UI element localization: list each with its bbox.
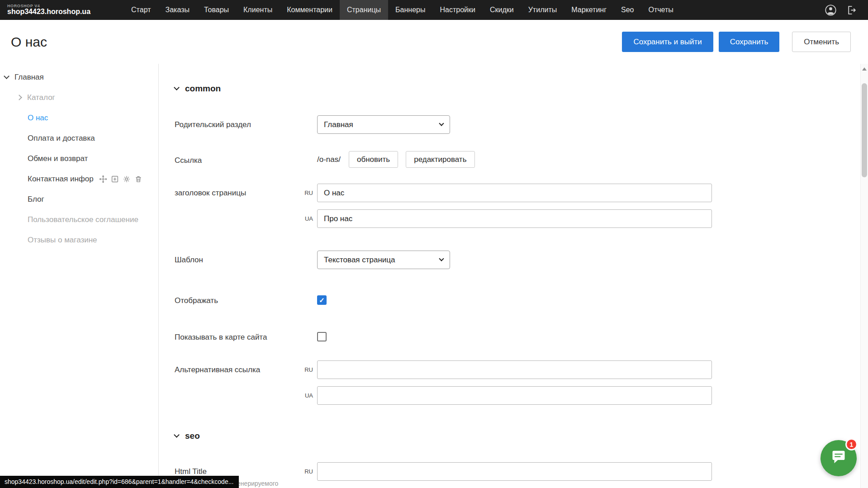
html-title-ru-input[interactable] bbox=[317, 462, 712, 481]
nav-item-products[interactable]: Товары bbox=[197, 0, 236, 20]
sitemap-label: Показывать в карте сайта bbox=[175, 328, 300, 342]
alt-link-ua-input[interactable] bbox=[317, 386, 712, 405]
nav-item-settings[interactable]: Настройки bbox=[432, 0, 482, 20]
alt-link-row: Альтернативная ссылка RU UA bbox=[175, 360, 860, 405]
chevron-down-icon bbox=[439, 121, 444, 126]
nav-item-seo[interactable]: Seo bbox=[614, 0, 641, 20]
parent-section-select[interactable]: Главная bbox=[317, 115, 450, 134]
link-label: Ссылка bbox=[175, 151, 300, 165]
nav-item-pages[interactable]: Страницы bbox=[340, 0, 388, 20]
alt-link-ru-input[interactable] bbox=[317, 360, 712, 379]
template-select[interactable]: Текстовая страница bbox=[317, 251, 450, 269]
lang-ua-tag: UA bbox=[300, 392, 317, 399]
pages-tree-sidebar: Главная Каталог О нас Оплата и доставка … bbox=[0, 64, 159, 488]
section-seo-title: seo bbox=[185, 431, 200, 441]
nav-item-comments[interactable]: Комментарии bbox=[280, 0, 340, 20]
section-common-header[interactable]: common bbox=[175, 84, 860, 94]
tree-item-label: О нас bbox=[28, 114, 48, 123]
chevron-down-icon bbox=[4, 73, 9, 79]
add-page-icon[interactable] bbox=[111, 175, 119, 183]
section-seo-header[interactable]: seo bbox=[175, 431, 860, 441]
tree-item-otzyvy-o-magazine[interactable]: Отзывы о магазине bbox=[0, 230, 158, 250]
tree-item-label: Главная bbox=[14, 73, 44, 82]
link-status-bar: shop34423.horoshop.ua/edit/edit.php?id=6… bbox=[0, 476, 239, 488]
lang-ru-tag: RU bbox=[300, 366, 317, 373]
nav-item-start[interactable]: Старт bbox=[124, 0, 158, 20]
nav-item-orders[interactable]: Заказы bbox=[158, 0, 197, 20]
page-edit-form: common Родительский раздел Главная Ссылк… bbox=[159, 64, 860, 488]
tree-item-polzovatelskoe-soglashenie[interactable]: Пользовательское соглашение bbox=[0, 209, 158, 230]
tree-item-label: Блог bbox=[28, 195, 44, 204]
parent-section-row: Родительский раздел Главная bbox=[175, 115, 860, 134]
nav-item-marketing[interactable]: Маркетинг bbox=[564, 0, 614, 20]
save-button[interactable]: Сохранить bbox=[719, 32, 779, 52]
sitemap-row: Показывать в карте сайта bbox=[175, 328, 860, 342]
tree-item-blog[interactable]: Блог bbox=[0, 189, 158, 209]
cancel-button[interactable]: Отменить bbox=[792, 32, 851, 52]
tree-item-obmen-i-vozvrat[interactable]: Обмен и возврат bbox=[0, 148, 158, 169]
link-row: Ссылка /o-nas/ обновить редактировать bbox=[175, 151, 860, 168]
nav-item-discounts[interactable]: Скидки bbox=[483, 0, 521, 20]
gear-icon[interactable] bbox=[123, 175, 131, 183]
lang-ru-tag: RU bbox=[300, 468, 317, 475]
chat-bubble-icon bbox=[830, 450, 847, 466]
nav-item-reports[interactable]: Отчеты bbox=[641, 0, 681, 20]
header-buttons: Сохранить и выйти Сохранить Отменить bbox=[622, 32, 851, 52]
tree-item-label: Пользовательское соглашение bbox=[28, 215, 138, 224]
chat-launcher-button[interactable]: 1 bbox=[821, 440, 857, 476]
move-icon[interactable] bbox=[99, 175, 107, 183]
scroll-up-arrow-icon[interactable] bbox=[862, 67, 867, 71]
scrollbar-thumb[interactable] bbox=[862, 83, 867, 177]
nav-item-clients[interactable]: Клиенты bbox=[236, 0, 280, 20]
link-refresh-button[interactable]: обновить bbox=[349, 151, 398, 168]
tree-item-kontaktnaya-informatsiya[interactable]: Контактная инфор bbox=[0, 169, 158, 189]
display-label: Отображать bbox=[175, 291, 300, 305]
user-account-icon[interactable] bbox=[825, 4, 837, 16]
tree-item-o-nas[interactable]: О нас bbox=[0, 108, 158, 128]
brand-domain: shop34423.horoshop.ua bbox=[7, 8, 90, 16]
page-header: О нас Сохранить и выйти Сохранить Отмени… bbox=[0, 20, 868, 64]
html-title-row: Html Title Полная замена title, генериру… bbox=[175, 462, 860, 488]
tree-item-actions bbox=[99, 175, 142, 183]
alt-link-label: Альтернативная ссылка bbox=[175, 360, 300, 374]
nav-item-banners[interactable]: Баннеры bbox=[388, 0, 432, 20]
lang-ua-tag: UA bbox=[300, 215, 317, 222]
sitemap-checkbox[interactable] bbox=[317, 332, 327, 341]
lang-ru-tag: RU bbox=[300, 190, 317, 196]
nav-item-utilities[interactable]: Утилиты bbox=[521, 0, 564, 20]
page-title: О нас bbox=[11, 34, 47, 50]
tree-item-label: Оплата и доставка bbox=[28, 134, 95, 143]
chevron-down-icon bbox=[174, 85, 180, 90]
topbar-icons bbox=[825, 4, 868, 16]
page-title-ua-input[interactable] bbox=[317, 209, 712, 228]
parent-section-selected-value: Главная bbox=[324, 120, 353, 129]
tree-item-label: Обмен и возврат bbox=[28, 154, 88, 163]
tree-item-label: Контактная инфор bbox=[28, 175, 94, 184]
chevron-right-icon bbox=[16, 95, 22, 100]
page-title-label: заголовок страницы bbox=[175, 184, 300, 198]
template-row: Шаблон Текстовая страница bbox=[175, 251, 860, 269]
vertical-scrollbar[interactable] bbox=[860, 64, 868, 488]
display-checkbox[interactable] bbox=[317, 295, 327, 305]
tree-item-oplata-i-dostavka[interactable]: Оплата и доставка bbox=[0, 128, 158, 148]
tree-item-glavnaya[interactable]: Главная bbox=[0, 67, 158, 87]
tree-item-katalog[interactable]: Каталог bbox=[0, 87, 158, 108]
link-edit-button[interactable]: редактировать bbox=[406, 151, 474, 168]
link-value: /o-nas/ bbox=[317, 155, 341, 164]
chevron-down-icon bbox=[439, 256, 444, 261]
main-nav: Старт Заказы Товары Клиенты Комментарии … bbox=[124, 0, 681, 20]
template-selected-value: Текстовая страница bbox=[324, 256, 395, 265]
chevron-down-icon bbox=[174, 432, 180, 438]
tree-item-label: Каталог bbox=[27, 93, 55, 102]
page-title-row: заголовок страницы RU UA bbox=[175, 184, 860, 228]
topbar: HOROSHOP V4 shop34423.horoshop.ua Старт … bbox=[0, 0, 868, 20]
chat-unread-badge: 1 bbox=[845, 438, 858, 450]
page-title-ru-input[interactable] bbox=[317, 184, 712, 202]
save-and-exit-button[interactable]: Сохранить и выйти bbox=[622, 32, 713, 52]
section-common-title: common bbox=[185, 84, 221, 94]
logout-icon[interactable] bbox=[846, 5, 857, 16]
trash-icon[interactable] bbox=[134, 175, 142, 183]
html-title-label-text: Html Title bbox=[175, 467, 300, 476]
brand[interactable]: HOROSHOP V4 shop34423.horoshop.ua bbox=[0, 4, 99, 16]
parent-section-label: Родительский раздел bbox=[175, 115, 300, 129]
